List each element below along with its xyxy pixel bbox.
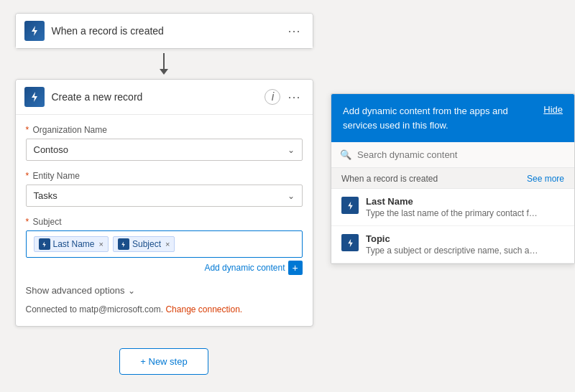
subject-token-icon — [118, 238, 129, 250]
svg-marker-5 — [348, 238, 353, 246]
panel-search-area: 🔍 — [331, 142, 574, 168]
connected-email: Connected to matp@microsoft.com. — [26, 304, 164, 314]
trigger-card-title: When a record is created — [52, 25, 278, 37]
panel-header-text: Add dynamic content from the apps and se… — [343, 104, 532, 132]
dynamic-item-topic[interactable]: Topic Type a subject or descriptive name… — [331, 226, 574, 263]
entity-required-star: * — [26, 171, 29, 181]
org-required-star: * — [26, 125, 29, 135]
action-card-menu-button[interactable]: ··· — [285, 88, 303, 106]
topic-item-title: Topic — [366, 233, 564, 244]
lastname-item-content: Last Name Type the last name of the prim… — [366, 196, 564, 218]
panel-section-header: When a record is created See more — [331, 168, 574, 189]
hide-button[interactable]: Hide — [543, 104, 563, 115]
item-lightning-icon-1 — [346, 201, 355, 210]
change-connection-link[interactable]: Change connection. — [165, 304, 242, 314]
entity-field-group: * Entity Name Tasks ⌄ — [26, 171, 303, 207]
arrow-connector — [160, 49, 168, 79]
lastname-token-close[interactable]: × — [99, 240, 104, 248]
svg-marker-4 — [348, 201, 353, 209]
lightning-icon-2 — [29, 91, 40, 103]
info-button[interactable]: i — [264, 89, 280, 105]
arrow-head — [160, 69, 168, 75]
entity-value: Tasks — [34, 190, 58, 201]
dynamic-item-lastname[interactable]: Last Name Type the last name of the prim… — [331, 189, 574, 226]
lightning-icon — [29, 25, 40, 37]
advanced-chevron-icon: ⌄ — [128, 286, 135, 296]
trigger-card-menu-button[interactable]: ··· — [285, 22, 303, 40]
subject-field-group: * Subject Last Name × — [26, 217, 303, 275]
dynamic-panel: Add dynamic content from the apps and se… — [331, 93, 575, 264]
action-card-menu: i ··· — [264, 88, 303, 106]
svg-marker-2 — [42, 241, 46, 247]
organization-select[interactable]: Contoso ⌄ — [26, 139, 303, 161]
org-chevron-icon: ⌄ — [288, 145, 295, 155]
see-more-link[interactable]: See more — [527, 174, 564, 184]
lastname-token-icon — [39, 238, 50, 250]
show-advanced-toggle[interactable]: Show advanced options ⌄ — [26, 285, 303, 296]
show-advanced-label: Show advanced options — [26, 285, 125, 296]
add-dynamic-icon[interactable]: + — [288, 261, 303, 275]
lastname-item-title: Last Name — [366, 196, 564, 207]
organization-field-group: * Organization Name Contoso ⌄ — [26, 125, 303, 161]
token-lightning-icon-2 — [120, 241, 126, 248]
connected-text: Connected to matp@microsoft.com. Change … — [26, 304, 303, 314]
add-dynamic-link[interactable]: Add dynamic content — [204, 263, 285, 273]
search-icon: 🔍 — [340, 149, 351, 160]
lastname-token-label: Last Name — [53, 239, 95, 249]
main-canvas: When a record is created ··· Create a ne… — [0, 0, 575, 392]
topic-item-content: Topic Type a subject or descriptive name… — [366, 233, 564, 256]
subject-token-close[interactable]: × — [165, 240, 170, 248]
panel-header: Add dynamic content from the apps and se… — [331, 94, 574, 142]
add-dynamic-area: Add dynamic content + — [26, 261, 303, 275]
trigger-card-icon — [24, 21, 45, 41]
svg-marker-3 — [122, 241, 126, 247]
entity-select[interactable]: Tasks ⌄ — [26, 185, 303, 207]
action-card: Create a new record i ··· * Organization… — [15, 79, 313, 327]
organization-label: * Organization Name — [26, 125, 303, 135]
flow-area: When a record is created ··· Create a ne… — [13, 13, 315, 375]
action-card-body: * Organization Name Contoso ⌄ * Entity N… — [16, 114, 313, 326]
trigger-card: When a record is created ··· — [15, 13, 313, 49]
entity-label: * Entity Name — [26, 171, 303, 181]
subject-required-star: * — [26, 217, 29, 227]
token-lightning-icon — [41, 241, 47, 248]
subject-input[interactable]: Last Name × Subject × — [26, 230, 303, 258]
item-lightning-icon-2 — [346, 238, 355, 248]
trigger-card-header: When a record is created ··· — [16, 14, 313, 48]
panel-section-label-text: When a record is created — [341, 174, 438, 184]
subject-token[interactable]: Subject × — [113, 236, 175, 252]
svg-marker-1 — [32, 92, 37, 102]
topic-item-icon — [341, 234, 359, 251]
action-card-title: Create a new record — [52, 91, 258, 103]
svg-marker-0 — [32, 26, 37, 36]
action-card-icon — [24, 87, 45, 107]
subject-token-label: Subject — [132, 239, 161, 249]
lastname-item-icon — [341, 197, 359, 214]
topic-item-desc: Type a subject or descriptive name, such… — [366, 246, 538, 256]
subject-label: * Subject — [26, 217, 303, 227]
search-input[interactable] — [357, 149, 566, 160]
action-card-header: Create a new record i ··· — [16, 80, 313, 114]
arrow-line — [163, 53, 165, 69]
lastname-item-desc: Type the last name of the primary contac… — [366, 208, 538, 218]
organization-value: Contoso — [34, 144, 68, 155]
new-step-button[interactable]: + New step — [119, 348, 208, 375]
lastname-token[interactable]: Last Name × — [34, 236, 109, 252]
new-step-area: + New step — [15, 348, 313, 375]
entity-chevron-icon: ⌄ — [288, 191, 295, 201]
